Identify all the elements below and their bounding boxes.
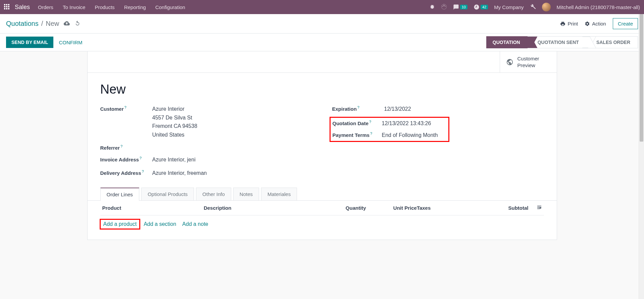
tab-order-lines[interactable]: Order Lines bbox=[100, 188, 139, 201]
breadcrumb-root[interactable]: Quotations bbox=[6, 20, 39, 28]
print-label: Print bbox=[567, 21, 578, 27]
col-unit-price: Unit Price bbox=[366, 205, 417, 211]
nav-products[interactable]: Products bbox=[95, 4, 114, 10]
cloud-unsaved-icon[interactable] bbox=[64, 20, 70, 27]
help-icon[interactable]: ? bbox=[142, 169, 144, 173]
tab-optional-products[interactable]: Optional Products bbox=[141, 188, 194, 200]
button-box: Customer Preview bbox=[88, 51, 557, 73]
tools-icon[interactable] bbox=[530, 4, 536, 11]
action-button[interactable]: Action bbox=[581, 19, 609, 29]
nav-links: Orders To Invoice Products Reporting Con… bbox=[38, 4, 185, 10]
expiration-field[interactable]: 12/13/2022 bbox=[384, 105, 411, 113]
order-lines-body: Add a product Add a section Add a note bbox=[100, 215, 544, 233]
delivery-address-field[interactable]: Azure Interior, freeman bbox=[152, 169, 207, 178]
col-taxes: Taxes bbox=[417, 205, 457, 211]
activities-button[interactable]: 42 bbox=[474, 4, 488, 10]
nav-configuration[interactable]: Configuration bbox=[155, 4, 185, 10]
activities-badge: 42 bbox=[481, 5, 488, 9]
add-note-link[interactable]: Add a note bbox=[182, 221, 208, 227]
send-by-email-button[interactable]: SEND BY EMAIL bbox=[6, 37, 53, 48]
form-sheet: Customer Preview New Customer? Azure Int… bbox=[87, 51, 557, 240]
quotation-date-label: Quotation Date? bbox=[333, 119, 382, 126]
status-step-quotation[interactable]: QUOTATION bbox=[486, 36, 528, 48]
breadcrumb-separator: / bbox=[41, 20, 43, 28]
scrollbar-thumb[interactable] bbox=[640, 14, 643, 142]
help-icon[interactable]: ? bbox=[357, 105, 359, 109]
breadcrumb: Quotations / New bbox=[6, 20, 59, 28]
add-product-link[interactable]: Add a product bbox=[100, 219, 141, 230]
help-icon[interactable]: ? bbox=[125, 105, 127, 109]
delivery-address-label: Delivery Address? bbox=[100, 169, 152, 176]
apps-icon[interactable] bbox=[4, 4, 10, 10]
help-icon[interactable]: ? bbox=[120, 144, 122, 148]
top-navbar: Sales Orders To Invoice Products Reporti… bbox=[0, 0, 644, 14]
expiration-label: Expiration? bbox=[332, 105, 384, 112]
col-subtotal: Subtotal bbox=[457, 205, 529, 211]
col-description: Description bbox=[204, 205, 315, 211]
col-product: Product bbox=[102, 205, 204, 211]
payment-terms-label: Payment Terms? bbox=[333, 131, 382, 138]
tabs: Order Lines Optional Products Other Info… bbox=[88, 188, 557, 201]
breadcrumb-current: New bbox=[46, 20, 59, 28]
bug-icon[interactable] bbox=[430, 4, 435, 10]
page-title: New bbox=[100, 82, 544, 97]
customer-field[interactable]: Azure Interior 4557 De Silva St Fremont … bbox=[152, 105, 197, 139]
help-icon[interactable]: ? bbox=[140, 156, 142, 160]
app-brand[interactable]: Sales bbox=[15, 4, 30, 11]
col-quantity: Quantity bbox=[315, 205, 366, 211]
form-left-column: Customer? Azure Interior 4557 De Silva S… bbox=[100, 105, 312, 178]
nav-right: 10 42 My Company Mitchell Admin (2180077… bbox=[430, 3, 640, 11]
user-menu[interactable]: Mitchell Admin (21800778-master-all) bbox=[557, 4, 640, 10]
form-right-column: Expiration? 12/13/2022 Quotation Date? 1… bbox=[332, 105, 544, 178]
highlight-annotation: Quotation Date? 12/13/2022 13:43:26 Paym… bbox=[330, 117, 450, 142]
order-lines-header: Product Description Quantity Unit Price … bbox=[100, 201, 544, 215]
messages-button[interactable]: 10 bbox=[453, 4, 467, 10]
scrollbar[interactable] bbox=[639, 14, 644, 253]
confirm-button[interactable]: CONFIRM bbox=[53, 37, 88, 48]
tab-notes[interactable]: Notes bbox=[233, 188, 259, 200]
tab-other-info[interactable]: Other Info bbox=[196, 188, 231, 200]
print-button[interactable]: Print bbox=[557, 19, 581, 29]
nav-to-invoice[interactable]: To Invoice bbox=[63, 4, 86, 10]
nav-reporting[interactable]: Reporting bbox=[124, 4, 146, 10]
customer-preview-button[interactable]: Customer Preview bbox=[500, 51, 557, 72]
control-panel: Quotations / New Print Action Create bbox=[0, 14, 644, 34]
help-icon[interactable]: ? bbox=[369, 120, 371, 124]
quotation-date-field[interactable]: 12/13/2022 13:43:26 bbox=[382, 119, 445, 128]
create-button[interactable]: Create bbox=[613, 18, 638, 29]
action-label: Action bbox=[592, 21, 606, 27]
status-bar: SEND BY EMAIL CONFIRM QUOTATION QUOTATIO… bbox=[0, 34, 644, 51]
main-content: Customer Preview New Customer? Azure Int… bbox=[0, 51, 644, 253]
add-section-link[interactable]: Add a section bbox=[144, 221, 176, 227]
tab-content: Product Description Quantity Unit Price … bbox=[88, 201, 557, 240]
customer-preview-label: Customer Preview bbox=[517, 55, 548, 68]
column-options-icon[interactable] bbox=[529, 205, 542, 211]
invoice-address-field[interactable]: Azure Interior, jeni bbox=[152, 155, 196, 164]
discard-icon[interactable] bbox=[75, 20, 81, 27]
avatar[interactable] bbox=[542, 3, 551, 11]
tab-materiales[interactable]: Materiales bbox=[261, 188, 297, 200]
invoice-address-label: Invoice Address? bbox=[100, 155, 152, 162]
customer-label: Customer? bbox=[100, 105, 152, 112]
messages-badge: 10 bbox=[460, 5, 467, 9]
help-icon[interactable]: ? bbox=[370, 132, 372, 136]
nav-orders[interactable]: Orders bbox=[38, 4, 53, 10]
status-steps: QUOTATION QUOTATION SENT SALES ORDER bbox=[486, 36, 638, 48]
referrer-label: Referrer? bbox=[100, 144, 152, 151]
support-icon[interactable] bbox=[441, 4, 447, 11]
payment-terms-field[interactable]: End of Following Month bbox=[382, 131, 438, 140]
company-switcher[interactable]: My Company bbox=[494, 4, 524, 10]
